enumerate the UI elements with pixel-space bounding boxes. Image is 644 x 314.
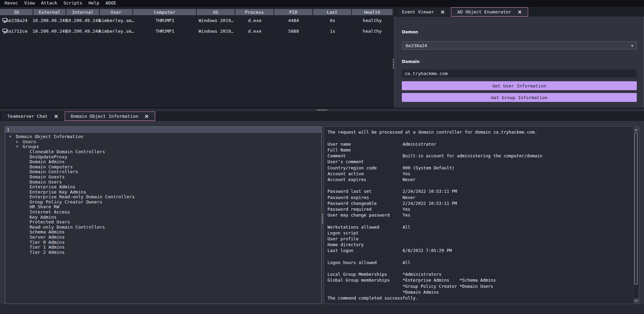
close-icon[interactable]: ×: [440, 10, 445, 14]
close-icon[interactable]: ×: [54, 114, 58, 119]
session-row[interactable]: 3a1712ce10.200.49.24810.200.49.248kimber…: [0, 26, 393, 36]
tree-item-label: Domain Controllers: [30, 169, 78, 174]
right-panel-tabbar: Event Viewer×AD Object Enumerator×: [395, 7, 644, 17]
expand-arrow-icon[interactable]: ▸: [15, 139, 20, 144]
tree-item-protected-users[interactable]: Protected Users: [5, 219, 321, 224]
session-cell: 6e238a24: [0, 15, 33, 26]
ad-object-enumerator-panel: Demon 6e238a24 Domain Get User Informati…: [395, 17, 644, 107]
tree-item-hr-share-rw[interactable]: HR Share RW: [5, 205, 321, 210]
object-tree: ▾Domain Object Information▸Users▾GroupsC…: [5, 133, 321, 304]
session-cell: kimberley.sm…: [100, 26, 133, 36]
tree-item-group-policy-creator-owners[interactable]: Group Policy Creator Owners: [5, 199, 321, 205]
column-header-computer[interactable]: Computer: [133, 9, 197, 15]
tree-item-users[interactable]: ▸Users: [5, 139, 321, 144]
tree-item-domain-object-information[interactable]: ▾Domain Object Information: [5, 134, 321, 139]
session-cell-value: d.exe: [248, 18, 261, 23]
session-cell: Windows 2019…: [197, 15, 235, 26]
tab-label: Teamserver Chat: [7, 114, 47, 119]
tree-item-label: Domain Guests: [30, 174, 65, 179]
session-cell: 10.200.49.248: [66, 15, 100, 26]
monitor-icon: [2, 18, 8, 24]
tree-item-domain-computers[interactable]: Domain Computers: [5, 164, 321, 169]
menu-item-havoc[interactable]: Havoc: [1, 0, 21, 6]
close-icon[interactable]: ×: [144, 114, 149, 119]
domain-label: Domain: [402, 59, 637, 64]
menu-item-help[interactable]: Help: [85, 0, 102, 6]
sessions-table-body: 6e238a2410.200.49.24810.200.49.248kimber…: [0, 15, 393, 36]
close-icon[interactable]: ×: [517, 10, 522, 14]
scrollbar-thumb[interactable]: [634, 133, 637, 284]
column-header-external[interactable]: External: [33, 9, 66, 15]
session-row[interactable]: 6e238a2410.200.49.24810.200.49.248kimber…: [0, 15, 393, 26]
session-cell-value: healthy: [363, 18, 382, 23]
session-cell: Windows 2019…: [197, 26, 235, 36]
column-header-user[interactable]: User: [100, 9, 133, 15]
demon-select-value: 6e238a24: [406, 43, 427, 48]
session-cell: 1s: [313, 26, 352, 36]
tree-item-read-only-domain-controllers[interactable]: Read-only Domain Controllers: [5, 224, 321, 230]
tree-item-label: Server Admins: [30, 234, 65, 240]
bottom-section: Teamserver Chat×Domain Object Informatio…: [0, 111, 644, 304]
column-header-os[interactable]: OS: [197, 9, 235, 15]
scroll-up-button[interactable]: [634, 127, 638, 132]
column-header-internal[interactable]: Internal: [66, 9, 100, 15]
tree-item-cloneable-domain-controllers[interactable]: Cloneable Domain Controllers: [5, 149, 321, 154]
tree-item-tier-1-admins[interactable]: Tier 1 Admins: [5, 244, 321, 250]
tree-item-domain-controllers[interactable]: Domain Controllers: [5, 169, 321, 175]
column-header-pid[interactable]: PID: [274, 9, 313, 15]
tree-item-key-admins[interactable]: Key Admins: [5, 214, 321, 220]
collapse-arrow-icon[interactable]: ▾: [8, 134, 13, 139]
column-header-process[interactable]: Process: [235, 9, 274, 15]
menu-bar: HavocViewAttackScriptsHelpADOE: [0, 0, 644, 7]
session-cell-value: 5888: [288, 29, 299, 34]
tree-item-enterprise-key-admins[interactable]: Enterprise Key Admins: [5, 189, 321, 195]
tree-item-schema-admins[interactable]: Schema Admins: [5, 230, 321, 235]
tree-item-internet-access[interactable]: Internet Access: [5, 209, 321, 214]
demon-select[interactable]: 6e238a24: [402, 41, 637, 50]
splitter-handle[interactable]: [393, 59, 394, 69]
tree-item-label: DnsUpdateProxy: [30, 154, 67, 159]
splitter-handle[interactable]: [322, 214, 323, 224]
tab-domain-object-information[interactable]: Domain Object Information×: [65, 112, 155, 121]
tree-item-tier-0-admins[interactable]: Tier 0 Admins: [5, 240, 321, 245]
get-user-information-button[interactable]: Get User Information: [402, 81, 637, 90]
session-cell: 4484: [274, 15, 313, 26]
domain-input[interactable]: [402, 70, 637, 77]
tree-column-header[interactable]: 1: [5, 127, 321, 133]
menu-item-scripts[interactable]: Scripts: [60, 0, 85, 6]
session-cell-value: Windows 2019…: [198, 29, 234, 34]
vertical-splitter[interactable]: [393, 7, 395, 107]
session-cell-value: 10.200.49.248: [66, 18, 101, 23]
menu-item-view[interactable]: View: [21, 0, 38, 6]
tree-item-enterprise-read-only-domain-controllers[interactable]: Enterprise Read-only Domain Controllers: [5, 195, 321, 200]
tree-item-domain-guests[interactable]: Domain Guests: [5, 174, 321, 179]
tree-item-label: Domain Object Information: [16, 134, 83, 139]
tab-ad-object-enumerator[interactable]: AD Object Enumerator×: [451, 7, 528, 17]
scrollbar-track[interactable]: [634, 132, 638, 298]
column-header-id[interactable]: ID: [0, 9, 33, 15]
tree-item-enterprise-admins[interactable]: Enterprise Admins: [5, 184, 321, 189]
tree-item-domain-admins[interactable]: Domain Admins: [5, 159, 321, 164]
session-cell: 10.200.49.248: [66, 26, 100, 36]
tab-event-viewer[interactable]: Event Viewer×: [396, 7, 451, 17]
scroll-down-button[interactable]: [634, 299, 638, 303]
tree-item-label: Internet Access: [30, 209, 70, 214]
session-cell-value: 10.200.49.248: [32, 18, 67, 23]
tab-teamserver-chat[interactable]: Teamserver Chat×: [1, 112, 65, 121]
splitter-handle[interactable]: [317, 109, 327, 111]
sessions-table: IDExternalInternalUserComputerOSProcessP…: [0, 7, 393, 107]
tree-item-domain-users[interactable]: Domain Users: [5, 179, 321, 185]
get-group-information-button[interactable]: Get Group Information: [402, 93, 637, 102]
session-cell-value: 10.200.49.248: [66, 29, 101, 34]
tree-item-server-admins[interactable]: Server Admins: [5, 234, 321, 240]
horizontal-splitter[interactable]: [0, 108, 644, 111]
vertical-scrollbar[interactable]: [633, 127, 638, 303]
menu-item-attack[interactable]: Attack: [38, 0, 60, 6]
tree-item-tier-2-admins[interactable]: Tier 2 Admins: [5, 250, 321, 255]
menu-item-adoe[interactable]: ADOE: [103, 0, 119, 6]
tree-item-dnsupdateproxy[interactable]: DnsUpdateProxy: [5, 154, 321, 159]
tree-item-groups[interactable]: ▾Groups: [5, 144, 321, 149]
collapse-arrow-icon[interactable]: ▾: [15, 144, 20, 149]
column-header-health[interactable]: Health: [352, 9, 393, 15]
column-header-last[interactable]: Last: [313, 9, 352, 15]
